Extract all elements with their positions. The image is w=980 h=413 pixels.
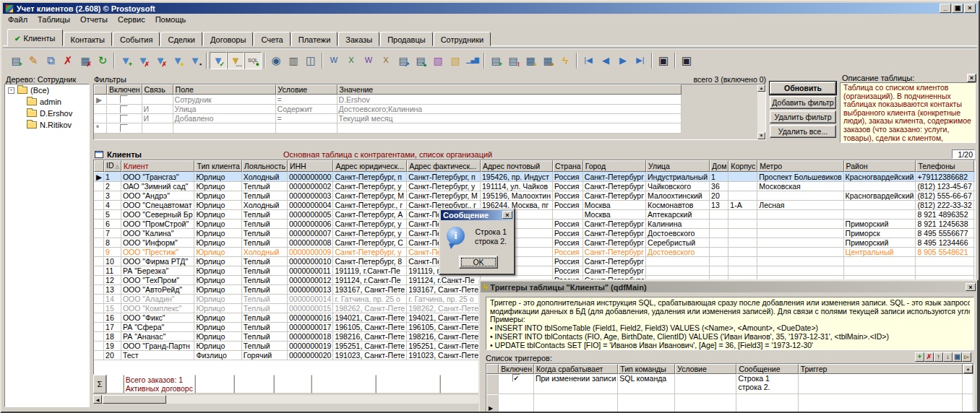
minimize-button[interactable]: _	[940, 4, 951, 13]
tab-Сотрудники[interactable]: Сотрудники	[434, 32, 491, 46]
trigger-row-empty[interactable]: ▶	[486, 394, 973, 413]
trigger-col-Когда срабатывает[interactable]: Когда срабатывает	[534, 364, 618, 374]
tree-item-admin[interactable]: admin	[5, 96, 89, 108]
table-row[interactable]: 11РА "Березка"ЮрлицоТеплый00000000111911…	[94, 266, 976, 276]
export-excel-icon[interactable]: X	[343, 52, 360, 69]
column-header-Тип клиента[interactable]: Тип клиента	[194, 160, 241, 172]
tab-Счета[interactable]: Счета	[254, 32, 290, 46]
table-row[interactable]: 8ООО "Информ"ЮрлицоТеплый0000000008Санкт…	[94, 238, 976, 248]
table-row[interactable]: 5ООО "Северный БрЮрлицоТеплый0000000005С…	[94, 210, 976, 219]
row-selector[interactable]	[94, 351, 104, 360]
table-row[interactable]: 7ООО "Калина"ЮрлицоТеплый0000000007Санкт…	[94, 229, 976, 238]
column-header-Дом[interactable]: Дом	[710, 160, 728, 172]
filter-col-Связь[interactable]: Связь	[142, 84, 173, 95]
row-selector[interactable]	[94, 295, 104, 304]
row-selector[interactable]	[94, 105, 107, 114]
row-selector[interactable]: ▶	[94, 172, 104, 182]
row-selector[interactable]	[94, 304, 104, 313]
filter-row[interactable]: ▶Сотрудник=D.Ershov	[94, 95, 682, 105]
row-selector[interactable]: ▶	[94, 95, 107, 105]
filter-row[interactable]: ИДобавлено=Текущий месяц	[94, 114, 682, 123]
column-header-Метро[interactable]: Метро	[757, 160, 843, 172]
checkbox-icon[interactable]	[120, 115, 128, 123]
refresh-button[interactable]: Обновить	[770, 82, 836, 95]
table-settings-icon[interactable]: ▦●	[522, 52, 539, 69]
delete-record-icon[interactable]: ✗	[59, 52, 77, 69]
scroll-left-icon[interactable]: ◀	[93, 395, 102, 404]
column-header-Страна[interactable]: Страна	[553, 160, 583, 172]
add-trigger-icon[interactable]: +	[915, 352, 924, 362]
row-selector[interactable]	[94, 210, 104, 219]
checkbox-icon[interactable]	[120, 105, 128, 113]
filter-row[interactable]: *	[94, 123, 682, 134]
nav-prev-icon[interactable]: ◀	[597, 52, 614, 69]
trigger-scroll-track[interactable]	[963, 374, 973, 394]
tab-Сделки[interactable]: Сделки	[160, 32, 202, 46]
add-filter-button[interactable]: Добавить фильтр	[770, 96, 836, 109]
column-header-Телефоны[interactable]: Телефоны	[916, 160, 973, 172]
table-row[interactable]: ▶1ООО "Трансгаз"ЮрлицоХолодный0000000000…	[94, 172, 976, 182]
triggers-icon[interactable]: ϟ	[556, 52, 574, 69]
row-selector[interactable]: *	[94, 123, 107, 134]
filter-col-Поле[interactable]: Поле	[173, 84, 276, 95]
delete-all-filters-button[interactable]: Удалить все...	[770, 125, 836, 138]
row-selector[interactable]	[94, 276, 104, 285]
scroll-up-icon[interactable]: ▲	[757, 84, 765, 92]
trigger-row[interactable]: ✓При изменении записиSQL командаСтрока 1…	[486, 374, 973, 394]
tab-Продавцы[interactable]: Продавцы	[380, 32, 433, 46]
export-word-template-icon[interactable]: W	[360, 52, 377, 69]
filter-exclude-selection-icon[interactable]: ▼▪	[186, 52, 204, 69]
add-record-icon[interactable]: ▤+	[7, 52, 25, 69]
tab-События[interactable]: События	[113, 32, 160, 46]
table-row[interactable]: 2ОАО "Зимний сад"ЮрлицоТеплый0000000002С…	[94, 182, 976, 191]
child-table-icon[interactable]: ▤+	[487, 52, 504, 69]
tree-item-N.Ritikov[interactable]: N.Ritikov	[5, 119, 89, 131]
menu-item[interactable]: Файл	[3, 14, 33, 25]
edit-record-icon[interactable]: ✎	[25, 52, 42, 69]
expander-icon[interactable]: -	[8, 87, 14, 94]
row-selector[interactable]	[94, 229, 104, 238]
column-header-Адрес почтовый[interactable]: Адрес почтовый	[481, 160, 553, 172]
filter-col-Значение[interactable]: Значение	[338, 84, 682, 95]
trigger-scrollbar[interactable]: ▲	[963, 364, 973, 374]
scroll-up-icon[interactable]: ▲	[963, 365, 973, 373]
print-preview-icon[interactable]: ◫	[302, 52, 319, 69]
copy-record-icon[interactable]: ⧉	[42, 52, 59, 69]
checkbox-icon[interactable]	[120, 95, 128, 103]
filter-delete-all-icon[interactable]: ▼✗	[152, 52, 169, 69]
menu-item[interactable]: Отчеты	[75, 14, 113, 25]
filter-by-selection-icon[interactable]: ▼●	[169, 52, 186, 69]
export-excel-template-icon[interactable]: X	[377, 52, 395, 69]
menu-item[interactable]: Сервис	[113, 14, 150, 25]
nav-last-icon[interactable]: ▶|	[632, 52, 649, 69]
column-header-ИНН[interactable]: ИНН	[288, 160, 333, 172]
description-close-icon[interactable]: ×	[967, 74, 976, 82]
delete-filter-button[interactable]: Удалить фильтр	[770, 110, 836, 123]
nav-first-icon[interactable]: |◀	[580, 52, 597, 69]
column-header-ID[interactable]: ID △	[104, 160, 121, 172]
trigger-scroll-track[interactable]	[963, 394, 973, 413]
filter-col-Условие[interactable]: Условие	[276, 84, 338, 95]
tab-Контакты[interactable]: Контакты	[64, 32, 113, 46]
export-report-icon[interactable]: ▧	[429, 52, 447, 69]
scroll-down-icon[interactable]: ▼	[757, 132, 765, 139]
triggers-close-icon[interactable]: ×	[966, 283, 976, 291]
chart-icon[interactable]: ▁▄▇	[464, 52, 481, 69]
child-table-2-icon[interactable]: ▤!	[504, 52, 522, 69]
row-selector[interactable]	[94, 323, 104, 332]
export-report-2-icon[interactable]: ▧	[447, 52, 464, 69]
print-icon[interactable]: ▥	[285, 52, 302, 69]
column-header-Улица[interactable]: Улица	[646, 160, 710, 172]
row-selector[interactable]	[94, 201, 104, 210]
restore-button[interactable]: ▣	[952, 4, 963, 13]
menu-item[interactable]: Таблицы	[33, 14, 75, 25]
row-selector[interactable]	[94, 114, 107, 123]
row-selector[interactable]	[94, 285, 104, 295]
row-selector[interactable]	[94, 257, 104, 266]
row-selector[interactable]	[94, 182, 104, 191]
table-row[interactable]: 4ООО "СпецавтоматЮрлицоХолодный000000000…	[94, 201, 976, 210]
trigger-col-Включен[interactable]: Включен	[499, 364, 534, 374]
table-row[interactable]: 3ООО "Андрэ"ЮрлицоТеплый0000000003Санкт-…	[94, 191, 976, 201]
delete-trigger-icon[interactable]: ✗	[924, 352, 934, 362]
dialog-close-icon[interactable]: ×	[502, 211, 512, 219]
